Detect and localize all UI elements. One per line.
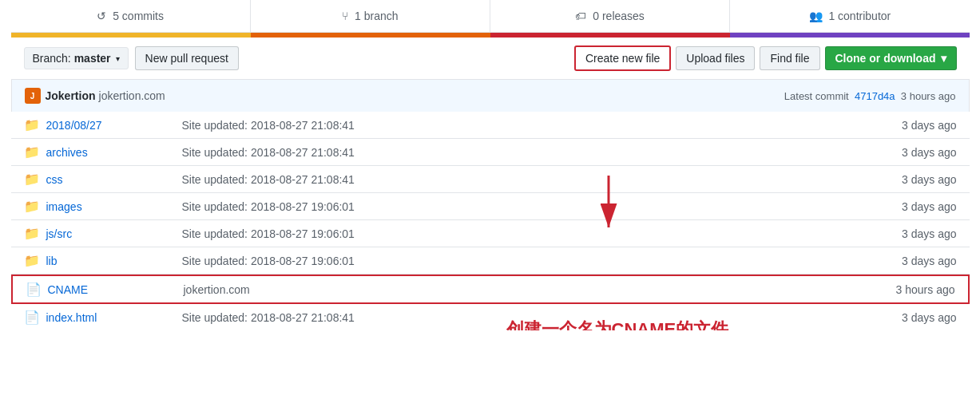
- file-name[interactable]: index.html: [46, 311, 166, 324]
- lang-seg-2: [251, 33, 490, 38]
- branches-stat[interactable]: ⑂ 1 branch: [251, 0, 490, 32]
- file-name[interactable]: images: [46, 200, 166, 213]
- file-row[interactable]: 📁 2018/08/27 Site updated: 2018-08-27 21…: [11, 112, 970, 139]
- file-name[interactable]: js/src: [46, 227, 166, 240]
- branch-caret-icon: ▾: [116, 54, 120, 63]
- lang-seg-3: [490, 33, 730, 38]
- language-bar: [11, 33, 970, 38]
- commit-meta: Latest commit 4717d4a 3 hours ago: [784, 90, 956, 102]
- commit-domain: jokertion.com: [99, 89, 165, 102]
- file-name[interactable]: archives: [46, 146, 166, 159]
- clone-or-download-button[interactable]: Clone or download ▾: [825, 46, 957, 70]
- file-message: jokertion.com: [184, 283, 896, 296]
- file-list: 📁 2018/08/27 Site updated: 2018-08-27 21…: [11, 112, 970, 330]
- clone-caret-icon: ▾: [941, 52, 946, 65]
- file-name[interactable]: lib: [46, 255, 166, 267]
- contributors-stat[interactable]: 👥 1 contributor: [730, 0, 969, 32]
- commits-stat[interactable]: ↺ 5 commits: [11, 0, 251, 32]
- branch-prefix: Branch:: [33, 52, 71, 65]
- file-icon: 📄: [24, 310, 40, 325]
- branches-icon: ⑂: [342, 10, 348, 22]
- folder-icon: 📁: [24, 199, 40, 214]
- contributors-icon: 👥: [809, 10, 823, 22]
- file-message: Site updated: 2018-08-27 19:06:01: [182, 255, 903, 267]
- commits-label: 5 commits: [113, 10, 164, 22]
- commits-icon: ↺: [97, 10, 106, 22]
- file-row[interactable]: 📁 js/src Site updated: 2018-08-27 19:06:…: [11, 220, 970, 247]
- file-row[interactable]: 📁 lib Site updated: 2018-08-27 19:06:01 …: [11, 247, 970, 275]
- file-message: Site updated: 2018-08-27 21:08:41: [182, 311, 903, 324]
- releases-stat[interactable]: 🏷 0 releases: [490, 0, 730, 32]
- upload-files-button[interactable]: Upload files: [676, 46, 755, 70]
- folder-icon: 📁: [24, 226, 40, 241]
- file-row[interactable]: 📁 css Site updated: 2018-08-27 21:08:41 …: [11, 166, 970, 193]
- commit-header: J Jokertion jokertion.com Latest commit …: [11, 79, 970, 112]
- file-message: Site updated: 2018-08-27 21:08:41: [182, 119, 903, 132]
- toolbar-left: Branch: master ▾ New pull request: [24, 46, 239, 70]
- file-icon: 📄: [26, 282, 42, 297]
- file-row[interactable]: 📄 CNAME jokertion.com 3 hours ago: [11, 275, 970, 304]
- clone-label: Clone or download: [835, 52, 936, 65]
- file-time: 3 hours ago: [896, 283, 955, 296]
- find-file-button[interactable]: Find file: [760, 46, 819, 70]
- file-message: Site updated: 2018-08-27 21:08:41: [182, 173, 903, 186]
- new-pull-request-button[interactable]: New pull request: [135, 46, 239, 70]
- create-new-file-button[interactable]: Create new file: [574, 45, 671, 71]
- file-row[interactable]: 📁 archives Site updated: 2018-08-27 21:0…: [11, 139, 970, 166]
- file-row[interactable]: 📁 images Site updated: 2018-08-27 19:06:…: [11, 193, 970, 220]
- toolbar-right: Create new file Upload files Find file C…: [574, 45, 957, 71]
- lang-seg-4: [730, 33, 970, 38]
- file-time: 3 days ago: [902, 200, 957, 213]
- folder-icon: 📁: [24, 253, 40, 268]
- branches-label: 1 branch: [355, 10, 398, 22]
- commit-username[interactable]: Jokertion: [46, 89, 96, 102]
- file-name[interactable]: CNAME: [48, 283, 168, 296]
- commit-hash[interactable]: 4717d4a: [855, 90, 895, 102]
- file-time: 3 days ago: [902, 311, 957, 324]
- contributors-label: 1 contributor: [828, 10, 891, 22]
- toolbar: Branch: master ▾ New pull request Create…: [11, 38, 970, 79]
- branch-select[interactable]: Branch: master ▾: [24, 47, 129, 69]
- file-time: 3 days ago: [902, 227, 957, 240]
- releases-icon: 🏷: [575, 10, 586, 22]
- releases-label: 0 releases: [593, 10, 645, 22]
- file-time: 3 days ago: [902, 146, 957, 159]
- commit-time: 3 hours ago: [901, 90, 956, 102]
- file-time: 3 days ago: [902, 255, 957, 267]
- folder-icon: 📁: [24, 172, 40, 187]
- branch-name: master: [74, 52, 111, 65]
- file-row[interactable]: 📄 index.html Site updated: 2018-08-27 21…: [11, 304, 970, 330]
- file-time: 3 days ago: [902, 119, 957, 132]
- file-time: 3 days ago: [902, 173, 957, 186]
- stats-bar: ↺ 5 commits ⑂ 1 branch 🏷 0 releases 👥 1 …: [11, 0, 970, 33]
- file-name[interactable]: css: [46, 173, 166, 186]
- file-message: Site updated: 2018-08-27 19:06:01: [182, 200, 903, 213]
- folder-icon: 📁: [24, 144, 40, 160]
- folder-icon: 📁: [24, 117, 40, 132]
- lang-seg-1: [11, 33, 251, 38]
- file-list-wrapper: 📁 2018/08/27 Site updated: 2018-08-27 21…: [11, 112, 970, 330]
- file-message: Site updated: 2018-08-27 19:06:01: [182, 227, 903, 240]
- file-message: Site updated: 2018-08-27 21:08:41: [182, 146, 903, 159]
- commit-label: Latest commit: [784, 90, 849, 102]
- avatar: J: [25, 88, 41, 104]
- file-name[interactable]: 2018/08/27: [46, 119, 166, 132]
